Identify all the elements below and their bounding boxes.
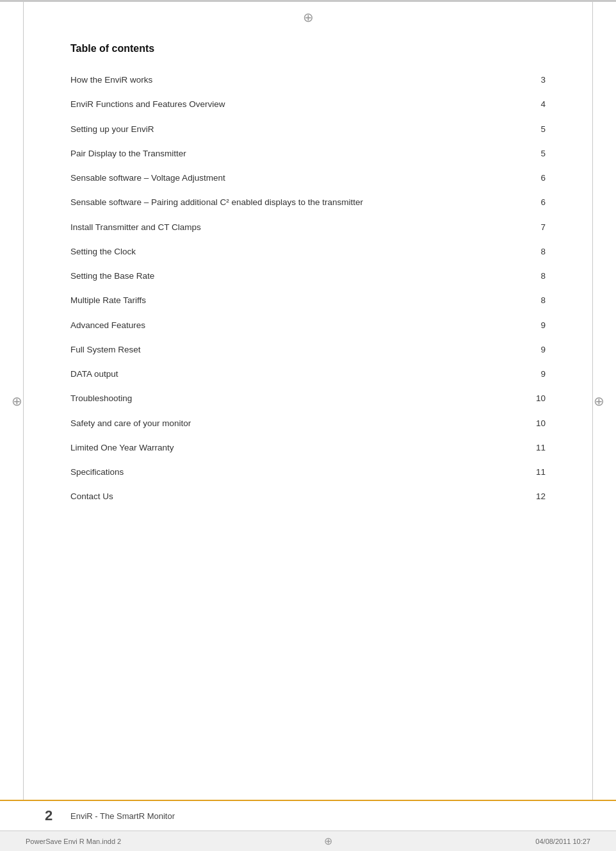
toc-item-label: Sensable software – Voltage Adjustment <box>70 167 517 190</box>
toc-item-page: 12 <box>517 485 546 508</box>
toc-item-label: Full System Reset <box>70 338 517 361</box>
toc-item-page: 6 <box>517 191 546 214</box>
bottom-bar-left: PowerSave Envi R Man.indd 2 <box>26 838 121 845</box>
toc-item-page: 11 <box>517 436 546 459</box>
right-crosshair-icon: ⊕ <box>594 393 604 409</box>
toc-row: EnviR Functions and Features Overview4 <box>70 93 546 116</box>
bottom-bar: PowerSave Envi R Man.indd 2 ⊕ 04/08/2011… <box>0 830 616 851</box>
toc-row: Install Transmitter and CT Clamps7 <box>70 216 546 239</box>
toc-row: Setting the Base Rate8 <box>70 265 546 288</box>
toc-row: Contact Us12 <box>70 485 546 508</box>
toc-row: Troubleshooting10 <box>70 387 546 410</box>
bottom-bar-filename: PowerSave Envi R Man.indd 2 <box>26 838 121 845</box>
toc-item-label: How the EnviR works <box>70 69 517 92</box>
toc-item-label: Limited One Year Warranty <box>70 436 517 459</box>
toc-item-label: Pair Display to the Transmitter <box>70 142 517 165</box>
toc-row: Setting up your EnviR5 <box>70 118 546 141</box>
toc-row: Advanced Features9 <box>70 314 546 337</box>
toc-table: How the EnviR works3EnviR Functions and … <box>70 69 546 510</box>
toc-item-page: 3 <box>517 69 546 92</box>
page: ⊕ ⊕ ⊕ Table of contents How the EnviR wo… <box>0 0 616 851</box>
toc-item-label: Setting the Clock <box>70 240 517 263</box>
toc-item-page: 8 <box>517 240 546 263</box>
toc-row: Sensable software – Pairing additional C… <box>70 191 546 214</box>
main-content: Table of contents How the EnviR works3En… <box>26 30 590 800</box>
toc-row: Sensable software – Voltage Adjustment6 <box>70 167 546 190</box>
toc-item-label: Setting up your EnviR <box>70 118 517 141</box>
toc-item-page: 4 <box>517 93 546 116</box>
toc-item-page: 6 <box>517 167 546 190</box>
top-crosshair-icon: ⊕ <box>26 2 590 30</box>
toc-item-page: 9 <box>517 338 546 361</box>
toc-item-page: 10 <box>517 412 546 435</box>
left-border <box>23 2 24 800</box>
toc-item-label: Troubleshooting <box>70 387 517 410</box>
toc-item-page: 9 <box>517 363 546 386</box>
toc-item-label: Advanced Features <box>70 314 517 337</box>
toc-item-label: Safety and care of your monitor <box>70 412 517 435</box>
toc-item-page: 8 <box>517 289 546 312</box>
toc-item-page: 5 <box>517 118 546 141</box>
toc-item-page: 5 <box>517 142 546 165</box>
right-border <box>592 2 593 800</box>
content-area: ⊕ ⊕ ⊕ Table of contents How the EnviR wo… <box>0 2 616 800</box>
toc-item-label: DATA output <box>70 363 517 386</box>
toc-item-page: 7 <box>517 216 546 239</box>
bottom-bar-date: 04/08/2011 10:27 <box>535 838 590 845</box>
toc-item-page: 11 <box>517 461 546 484</box>
toc-spacer <box>70 509 546 510</box>
toc-row: Limited One Year Warranty11 <box>70 436 546 459</box>
toc-row: Multiple Rate Tariffs8 <box>70 289 546 312</box>
toc-item-page: 9 <box>517 314 546 337</box>
toc-row: DATA output9 <box>70 363 546 386</box>
toc-item-page: 8 <box>517 265 546 288</box>
left-crosshair-icon: ⊕ <box>12 393 22 409</box>
toc-item-label: Setting the Base Rate <box>70 265 517 288</box>
toc-item-label: EnviR Functions and Features Overview <box>70 93 517 116</box>
toc-row: Safety and care of your monitor10 <box>70 412 546 435</box>
footer-page-number: 2 <box>45 807 58 824</box>
toc-title: Table of contents <box>70 43 546 54</box>
toc-row: Pair Display to the Transmitter5 <box>70 142 546 165</box>
toc-item-page: 10 <box>517 387 546 410</box>
toc-row: Specifications11 <box>70 461 546 484</box>
toc-item-label: Contact Us <box>70 485 517 508</box>
toc-item-label: Sensable software – Pairing additional C… <box>70 191 517 214</box>
toc-row: Setting the Clock8 <box>70 240 546 263</box>
toc-item-label: Multiple Rate Tariffs <box>70 289 517 312</box>
footer: 2 EnviR - The SmartR Monitor <box>0 800 616 830</box>
footer-title: EnviR - The SmartR Monitor <box>70 811 175 821</box>
toc-item-label: Install Transmitter and CT Clamps <box>70 216 517 239</box>
toc-row: How the EnviR works3 <box>70 69 546 92</box>
toc-row: Full System Reset9 <box>70 338 546 361</box>
bottom-crosshair-icon: ⊕ <box>324 835 332 847</box>
toc-item-label: Specifications <box>70 461 517 484</box>
